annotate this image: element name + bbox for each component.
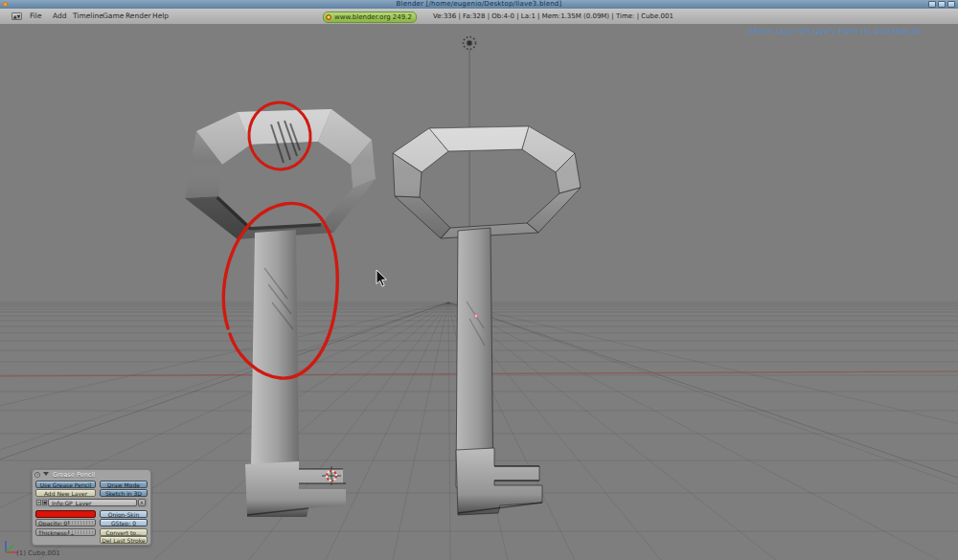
onion-skin-button[interactable]: Onion-Skin [100,510,148,518]
version-text: www.blender.org 249.2 [334,13,412,21]
layer-visibility-icon[interactable]: ● [42,500,47,505]
slider-ridge [68,530,94,534]
grease-pencil-panel[interactable]: x Grease Pencil Use Grease Pencil Draw M… [32,469,151,546]
header-menubar: ▲▼ File Add Timeline Game Render Help ww… [0,9,958,25]
object-origin-dot [474,314,478,318]
layer-delete-button[interactable]: X [138,499,146,506]
del-last-stroke-button[interactable]: Del Last Stroke [100,536,148,544]
close-button[interactable] [947,1,955,8]
draw-mode-button[interactable]: Draw Mode [100,481,148,488]
menu-add[interactable]: Add [53,9,67,24]
menu-game[interactable]: Game [103,9,124,24]
gpencil-status-text: GPencil: Layer ('GP_Layer'), Frame (1), … [749,28,923,35]
opacity-value: Opacity: 0 [38,520,67,526]
version-badge[interactable]: www.blender.org 249.2 [323,11,417,23]
blender-logo-icon [326,14,331,20]
window-title: Blender [/home/eugenio/Desktop/llave3.bl… [0,0,958,9]
menu-help[interactable]: Help [152,9,169,24]
active-object-label: (1) Cube.001 [16,549,60,557]
mouse-cursor [376,270,386,286]
panel-collapse-icon[interactable] [43,472,49,476]
panel-title: Grease Pencil [53,471,95,479]
panel-header[interactable]: x Grease Pencil [33,470,150,479]
layer-strip: ▾ ● Info:GP_Layer X [35,498,148,507]
panel-close-icon[interactable]: x [34,472,40,478]
convert-to-button[interactable]: Convert to... [100,528,148,536]
minimize-button[interactable] [928,1,936,8]
3d-viewport[interactable]: GPencil: Layer ('GP_Layer'), Frame (1), … [0,24,958,560]
editor-type-icon[interactable]: ▲▼ [11,12,22,20]
menu-file[interactable]: File [30,9,42,24]
gstep-field[interactable]: GStep: 0 [100,519,148,526]
opacity-slider[interactable]: Opacity: 0 [35,519,96,526]
scene-statistics: Ve:336 | Fa:328 | Ob:4-0 | La:1 | Mem:1.… [433,9,673,24]
add-new-layer-button[interactable]: Add New Layer [35,489,96,497]
menu-render[interactable]: Render [125,9,151,24]
menu-timeline[interactable]: Timeline [73,9,103,24]
sketch-in-3d-button[interactable]: Sketch in 3D [100,489,148,497]
layer-name-field[interactable]: Info:GP_Layer [48,499,137,506]
stroke-color-swatch[interactable] [35,510,96,518]
layer-expand-icon[interactable]: ▾ [36,500,41,505]
slider-ridge [68,521,94,525]
use-grease-pencil-button[interactable]: Use Grease Pencil [35,481,96,488]
maximize-button[interactable] [938,1,946,8]
thickness-slider[interactable]: Thickness: 3 [35,528,96,536]
